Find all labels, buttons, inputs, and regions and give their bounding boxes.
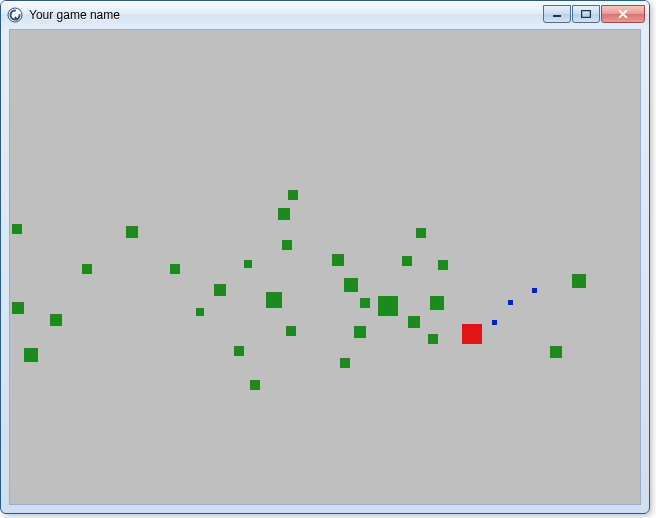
close-button[interactable] — [601, 5, 645, 23]
enemy-sprite — [416, 228, 426, 238]
enemy-sprite — [430, 296, 444, 310]
enemy-sprite — [170, 264, 180, 274]
enemy-sprite — [402, 256, 412, 266]
svg-rect-3 — [582, 11, 591, 18]
enemy-sprite — [428, 334, 438, 344]
enemy-sprite — [24, 348, 38, 362]
enemy-sprite — [438, 260, 448, 270]
enemy-sprite — [12, 224, 22, 234]
enemy-sprite — [550, 346, 562, 358]
enemy-sprite — [332, 254, 344, 266]
enemy-sprite — [234, 346, 244, 356]
enemy-sprite — [282, 240, 292, 250]
construct-icon — [7, 7, 23, 23]
minimize-button[interactable] — [543, 5, 571, 23]
enemy-sprite — [378, 296, 398, 316]
player-sprite — [462, 324, 482, 344]
app-window: Your game name — [0, 0, 650, 514]
titlebar[interactable]: Your game name — [1, 1, 649, 29]
maximize-button[interactable] — [572, 5, 600, 23]
game-canvas[interactable] — [9, 29, 641, 505]
enemy-sprite — [126, 226, 138, 238]
enemy-sprite — [82, 264, 92, 274]
window-title: Your game name — [29, 8, 542, 22]
enemy-sprite — [340, 358, 350, 368]
enemy-sprite — [286, 326, 296, 336]
enemy-sprite — [266, 292, 282, 308]
window-controls — [542, 5, 645, 25]
bullet-sprite — [532, 288, 537, 293]
enemy-sprite — [288, 190, 298, 200]
bullet-sprite — [492, 320, 497, 325]
enemy-sprite — [250, 380, 260, 390]
enemy-sprite — [50, 314, 62, 326]
enemy-sprite — [572, 274, 586, 288]
enemy-sprite — [360, 298, 370, 308]
svg-rect-2 — [553, 15, 561, 17]
bullet-sprite — [508, 300, 513, 305]
enemy-sprite — [344, 278, 358, 292]
enemy-sprite — [214, 284, 226, 296]
enemy-sprite — [408, 316, 420, 328]
enemy-sprite — [196, 308, 204, 316]
enemy-sprite — [12, 302, 24, 314]
enemy-sprite — [278, 208, 290, 220]
enemy-sprite — [354, 326, 366, 338]
enemy-sprite — [244, 260, 252, 268]
